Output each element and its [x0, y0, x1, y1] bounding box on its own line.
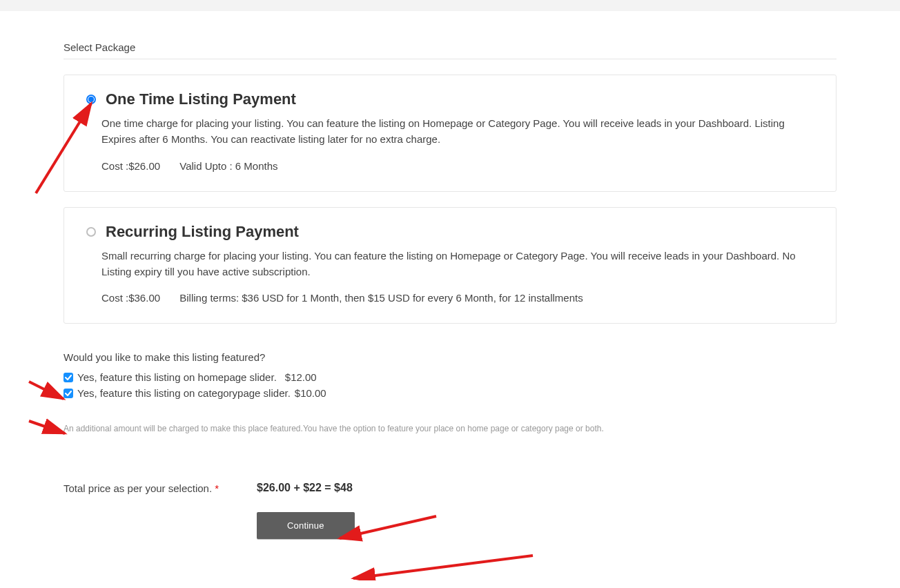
checkbox-feature-category[interactable] [63, 389, 73, 398]
package-description: One time charge for placing your listing… [101, 115, 815, 148]
featured-question: Would you like to make this listing feat… [63, 351, 837, 363]
total-row: Total price as per your selection. * $26… [63, 482, 837, 494]
package-card-recurring[interactable]: Recurring Listing Payment Small recurrin… [63, 207, 837, 324]
cost-label: Cost : [101, 160, 128, 172]
continue-button[interactable]: Continue [257, 512, 355, 539]
feature-option-label: Yes, feature this listing on categorypag… [77, 387, 291, 399]
cost-value: $36.00 [128, 292, 160, 304]
feature-option-homepage[interactable]: Yes, feature this listing on homepage sl… [63, 371, 837, 383]
annotation-arrow-icon [346, 552, 540, 580]
check-icon [65, 390, 72, 397]
svg-line-1 [29, 382, 63, 399]
extra-value: $36 USD for 1 Month, then $15 USD for ev… [242, 292, 583, 304]
total-expression: $26.00 + $22 = $48 [257, 482, 353, 494]
svg-line-4 [353, 556, 533, 578]
feature-options: Yes, feature this listing on homepage sl… [63, 371, 837, 399]
checkbox-feature-homepage[interactable] [63, 373, 73, 382]
extra-value: 6 Months [235, 160, 278, 172]
radio-recurring[interactable] [86, 227, 96, 237]
section-title: Select Package [63, 41, 135, 53]
package-title: Recurring Listing Payment [106, 223, 299, 241]
cost-value: $26.00 [128, 160, 160, 172]
feature-option-label: Yes, feature this listing on homepage sl… [77, 371, 277, 383]
radio-one-time[interactable] [86, 95, 96, 104]
extra-label: Valid Upto : [179, 160, 232, 172]
total-label: Total price as per your selection. [63, 482, 212, 494]
check-icon [65, 374, 72, 381]
package-card-one-time[interactable]: One Time Listing Payment One time charge… [63, 75, 837, 192]
feature-option-price: $12.00 [285, 371, 317, 383]
required-mark: * [215, 482, 219, 494]
featured-note: An additional amount will be charged to … [63, 424, 837, 433]
extra-label: Billing terms: [179, 292, 239, 304]
package-meta: Cost :$26.00 Valid Upto : 6 Months [101, 160, 815, 172]
feature-option-category[interactable]: Yes, feature this listing on categorypag… [63, 387, 837, 399]
package-title: One Time Listing Payment [106, 90, 296, 108]
top-strip [0, 0, 900, 11]
feature-option-price: $10.00 [295, 387, 326, 399]
section-header: Select Package [63, 41, 837, 59]
package-meta: Cost :$36.00 Billing terms: $36 USD for … [101, 292, 815, 304]
cost-label: Cost : [101, 292, 128, 304]
svg-line-2 [29, 421, 65, 433]
package-description: Small recurring charge for placing your … [101, 248, 815, 280]
page-container: Select Package One Time Listing Payment … [43, 41, 857, 580]
